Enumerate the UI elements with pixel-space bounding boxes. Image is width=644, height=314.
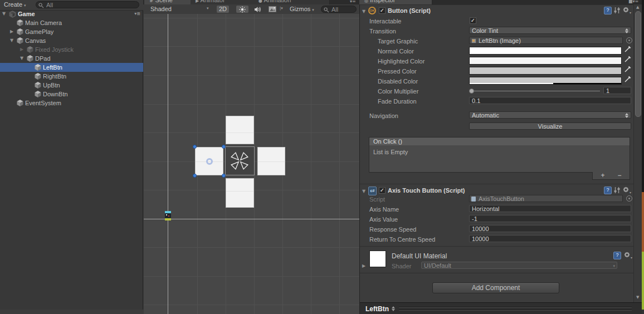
eyedropper-icon[interactable] xyxy=(624,46,631,53)
object-picker-icon[interactable] xyxy=(626,195,632,202)
interactable-checkbox[interactable]: ✓ xyxy=(470,17,476,24)
material-preview-thumbnail[interactable] xyxy=(369,251,386,267)
color-multiplier-slider-knob[interactable] xyxy=(469,89,474,94)
hierarchy-row-canvas[interactable]: ▼ Canvas xyxy=(0,36,143,45)
create-button[interactable]: Create ▾ xyxy=(4,1,26,8)
presets-icon[interactable] xyxy=(613,7,621,14)
tab-animation[interactable]: ● Animation xyxy=(253,0,330,4)
script-object-field[interactable]: AxisTouchButton xyxy=(469,195,623,202)
foldout-open-icon[interactable]: ▼ xyxy=(362,187,365,196)
rect-handle-bottom-right[interactable] xyxy=(222,174,226,178)
popup-arrows-icon xyxy=(625,113,629,118)
axis-name-field[interactable]: Horizontal xyxy=(469,205,631,212)
shader-dropdown[interactable]: UI/Default ▾ xyxy=(421,262,617,269)
rect-handle-top-right[interactable] xyxy=(222,145,226,149)
button-component-title[interactable]: Button (Script) xyxy=(388,7,431,14)
help-icon[interactable]: ? xyxy=(604,7,612,14)
rect-handle-bottom-left[interactable] xyxy=(193,174,197,178)
hierarchy-row-rightbtn[interactable]: RightBtn xyxy=(0,72,143,81)
scroll-up-arrow[interactable]: ▲ xyxy=(636,5,639,9)
dpad-left-button-selected[interactable] xyxy=(195,147,223,175)
dpad-down-button[interactable] xyxy=(226,178,254,208)
tab-inspector[interactable]: ◎ Inspector xyxy=(359,0,432,4)
hierarchy-row-game[interactable]: ▼ Game ▾≡ xyxy=(0,9,143,18)
response-speed-field[interactable]: 10000 xyxy=(469,225,631,232)
hierarchy-row-fixed-joystick[interactable]: ▶ Fixed Joystick xyxy=(0,45,143,54)
dpad-up-button[interactable] xyxy=(226,116,254,144)
scrollbar-thumb[interactable] xyxy=(635,11,641,117)
audio-toggle-button[interactable] xyxy=(252,6,263,13)
help-icon[interactable]: ? xyxy=(604,187,612,194)
highlighted-color-swatch[interactable] xyxy=(469,57,622,65)
camera-gizmo-icon[interactable] xyxy=(165,211,171,220)
hierarchy-row-main-camera[interactable]: Main Camera xyxy=(0,18,143,27)
axis-component-title[interactable]: Axis Touch Button (Script) xyxy=(388,187,465,194)
gear-icon[interactable]: ▾ xyxy=(622,6,630,13)
on-click-header[interactable]: On Click () xyxy=(369,138,630,145)
axis-value-field[interactable]: -1 xyxy=(469,215,631,222)
popup-arrows-icon xyxy=(392,306,396,311)
visualize-button[interactable]: Visualize xyxy=(469,122,631,130)
pressed-color-swatch[interactable] xyxy=(469,67,622,75)
drag-grip-line[interactable] xyxy=(399,310,632,311)
shading-mode-dropdown[interactable]: Shaded xyxy=(150,6,172,12)
return-to-centre-speed-field[interactable]: 10000 xyxy=(469,235,631,242)
foldout-closed-icon[interactable]: ▶ xyxy=(10,27,13,36)
hierarchy-row-upbtn[interactable]: UpBtn xyxy=(0,81,143,90)
toggle-2d-button[interactable]: 2D xyxy=(217,6,229,13)
hierarchy-row-eventsystem[interactable]: EventSystem xyxy=(0,99,143,107)
lighting-toggle-button[interactable] xyxy=(236,6,248,13)
eyedropper-icon[interactable] xyxy=(624,76,631,83)
navigation-dropdown[interactable]: Automatic xyxy=(469,111,631,119)
disabled-color-swatch[interactable] xyxy=(469,77,622,85)
add-event-button[interactable]: + xyxy=(597,172,608,179)
scene-search-input[interactable]: All xyxy=(321,6,357,13)
rect-handle-top-left[interactable] xyxy=(193,145,197,149)
foldout-open-icon[interactable]: ▼ xyxy=(2,9,6,18)
color-multiplier-slider-track[interactable] xyxy=(471,91,600,91)
help-icon[interactable]: ? xyxy=(613,252,621,259)
presets-icon[interactable] xyxy=(613,187,621,194)
foldout-open-icon[interactable]: ▼ xyxy=(10,36,13,45)
target-graphic-object-field[interactable]: LeftBtn (Image) xyxy=(469,37,623,44)
normal-color-swatch[interactable] xyxy=(469,47,622,55)
foldout-open-icon[interactable]: ▼ xyxy=(20,54,23,63)
eyedropper-icon[interactable] xyxy=(624,66,631,73)
foldout-open-icon[interactable]: ▼ xyxy=(362,7,365,16)
pivot-indicator[interactable] xyxy=(206,158,213,165)
inspector-panel-menu-icon[interactable]: ■▾≡ xyxy=(628,0,638,4)
foldout-closed-icon[interactable]: ▶ xyxy=(20,45,23,54)
gear-icon[interactable]: ▾ xyxy=(622,186,630,193)
chevron-down-icon: ▾ xyxy=(24,3,26,8)
scene-viewport[interactable] xyxy=(144,14,359,314)
foldout-closed-icon[interactable]: ▶ xyxy=(362,262,365,271)
gear-icon[interactable]: ▾ xyxy=(623,251,631,258)
hierarchy-search-input[interactable]: All xyxy=(36,1,139,8)
axis-enabled-checkbox[interactable]: ✓ xyxy=(379,187,386,194)
scroll-down-arrow[interactable]: ▼ xyxy=(636,295,639,300)
color-multiplier-value-field[interactable]: 1 xyxy=(603,87,631,94)
rect-anchor-gizmo[interactable] xyxy=(225,146,255,175)
fade-duration-field[interactable]: 0.1 xyxy=(469,97,631,104)
button-enabled-checkbox[interactable]: ✓ xyxy=(379,7,386,14)
gizmos-dropdown[interactable]: Gizmos ▾ xyxy=(290,6,314,12)
hierarchy-row-gameplay[interactable]: ▶ GamePlay xyxy=(0,27,143,36)
add-component-button[interactable]: Add Component xyxy=(432,282,559,293)
object-picker-icon[interactable] xyxy=(626,37,632,43)
footer-selection-dropdown[interactable]: LeftBtn xyxy=(365,305,389,313)
drag-grip-line[interactable] xyxy=(399,307,632,308)
remove-event-button[interactable]: − xyxy=(614,172,625,179)
effects-toggle-button[interactable] xyxy=(267,6,278,13)
hierarchy-row-leftbtn[interactable]: LeftBtn xyxy=(0,63,143,72)
scene-options-icon[interactable]: ▾≡ xyxy=(134,9,140,18)
eyedropper-icon[interactable] xyxy=(624,56,631,63)
tab-animator[interactable]: ▶ Animator xyxy=(191,0,264,4)
scene-panel-menu-icon[interactable]: ▾≡ xyxy=(350,0,356,4)
hierarchy-row-dpad[interactable]: ▼ DPad xyxy=(0,54,143,63)
dpad-right-button[interactable] xyxy=(257,147,285,175)
transition-dropdown[interactable]: Color Tint xyxy=(469,27,631,34)
hierarchy-row-downbtn[interactable]: DownBtn xyxy=(0,90,143,99)
effects-dropdown-icon[interactable]: |▾ xyxy=(280,6,283,11)
popup-arrows-icon xyxy=(625,28,629,33)
inspector-scrollbar[interactable]: ▲ ▼ xyxy=(633,4,642,302)
